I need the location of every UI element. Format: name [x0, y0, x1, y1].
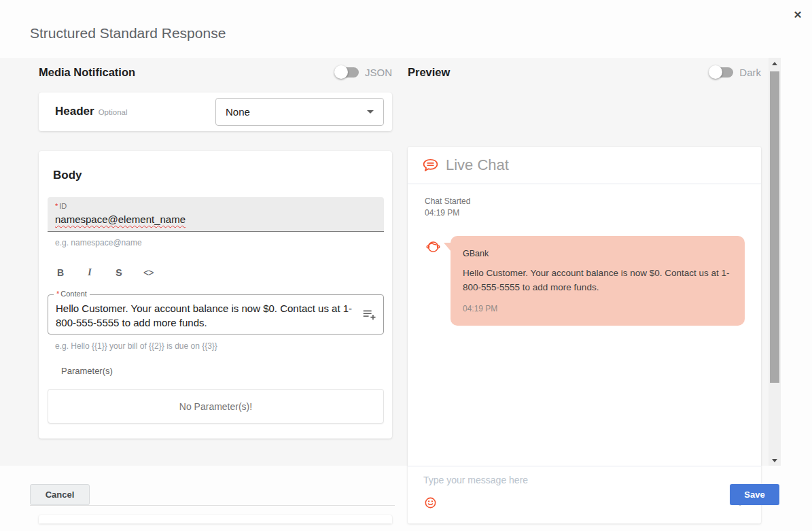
message-text: Hello Customer. Your account balance is … — [463, 266, 733, 294]
scrollbar-thumb[interactable] — [770, 71, 779, 383]
header-type-select[interactable]: None — [215, 98, 384, 126]
content-field-label: *Content — [54, 290, 90, 298]
caret-down-icon — [367, 110, 374, 114]
header-optional-label: Optional — [99, 108, 128, 116]
chat-input-zone — [408, 466, 761, 524]
chat-started-label: Chat Started — [425, 196, 470, 207]
dark-toggle-group: Dark — [710, 67, 761, 78]
save-button[interactable]: Save — [730, 484, 779, 505]
required-asterisk: * — [55, 202, 58, 210]
scrollbar-down-button[interactable] — [769, 455, 781, 466]
dialog-content-area: Media Notification JSON HeaderOptional N… — [0, 58, 769, 466]
page-title: Structured Standard Response — [30, 25, 226, 41]
dark-toggle-label: Dark — [739, 67, 761, 78]
id-field-value[interactable]: namespace@element_name — [55, 213, 186, 225]
strikethrough-icon[interactable]: S — [114, 267, 124, 278]
triangle-down-icon — [772, 459, 777, 462]
chat-message-input[interactable] — [423, 475, 682, 485]
format-toolbar: B I S <> — [56, 267, 153, 278]
id-field-label: *ID — [55, 202, 67, 210]
dark-toggle-knob — [709, 65, 722, 79]
preview-section-title: Preview — [408, 66, 710, 79]
header-type-select-value: None — [226, 106, 367, 118]
chat-preview-widget: Live Chat Chat Started 04:19 PM GBank He… — [408, 147, 761, 524]
header-label: Header — [55, 105, 94, 118]
section-divider — [30, 505, 395, 506]
message-sender: GBank — [463, 249, 489, 258]
header-card: HeaderOptional None — [39, 92, 392, 131]
emoji-icon[interactable] — [424, 496, 437, 509]
chat-header: Live Chat — [408, 147, 761, 184]
required-asterisk: * — [56, 290, 59, 298]
id-field-hint: e.g. namespace@name — [55, 238, 142, 247]
chat-title: Live Chat — [446, 156, 509, 174]
scrollbar-up-button[interactable] — [769, 58, 781, 69]
parameters-label: Parameter(s) — [61, 366, 113, 376]
header-label-row: HeaderOptional — [55, 105, 127, 118]
italic-icon[interactable]: I — [85, 267, 94, 278]
close-icon[interactable]: ✕ — [790, 7, 806, 23]
parameters-empty-box: No Parameter(s)! — [48, 389, 384, 424]
chat-started-time: 04:19 PM — [425, 207, 470, 219]
speech-bubble-icon — [421, 156, 440, 175]
bubble-tail — [444, 243, 451, 252]
vertical-scrollbar[interactable] — [769, 58, 781, 466]
body-section-title: Body — [53, 169, 82, 182]
code-icon[interactable]: <> — [143, 267, 153, 278]
bold-icon[interactable]: B — [56, 267, 65, 278]
chat-status: Chat Started 04:19 PM — [425, 196, 470, 219]
json-toggle-label: JSON — [365, 67, 392, 78]
dark-toggle[interactable] — [710, 67, 733, 78]
chat-message-bubble: GBank Hello Customer. Your account balan… — [451, 236, 745, 326]
playlist-add-icon[interactable] — [361, 307, 376, 322]
content-field[interactable]: *Content Hello Customer. Your account ba… — [48, 294, 384, 335]
editor-header-row: Media Notification JSON — [39, 66, 392, 79]
cancel-button[interactable]: Cancel — [30, 484, 90, 505]
triangle-up-icon — [772, 62, 777, 65]
preview-header-row: Preview Dark — [408, 66, 761, 79]
next-section-card-partial — [39, 515, 392, 524]
json-toggle[interactable] — [336, 67, 359, 78]
content-field-hint: e.g. Hello {{1}} your bill of {{2}} is d… — [55, 341, 217, 351]
parameters-empty-text: No Parameter(s)! — [179, 401, 252, 412]
json-toggle-knob — [334, 65, 348, 79]
agent-avatar-icon — [424, 237, 442, 256]
editor-section-title: Media Notification — [39, 66, 336, 79]
content-field-value[interactable]: Hello Customer. Your account balance is … — [56, 301, 355, 330]
message-time: 04:19 PM — [463, 304, 497, 313]
json-toggle-group: JSON — [336, 67, 392, 78]
id-field[interactable]: *ID namespace@element_name — [48, 197, 384, 232]
body-card: Body *ID namespace@element_name e.g. nam… — [39, 151, 392, 439]
